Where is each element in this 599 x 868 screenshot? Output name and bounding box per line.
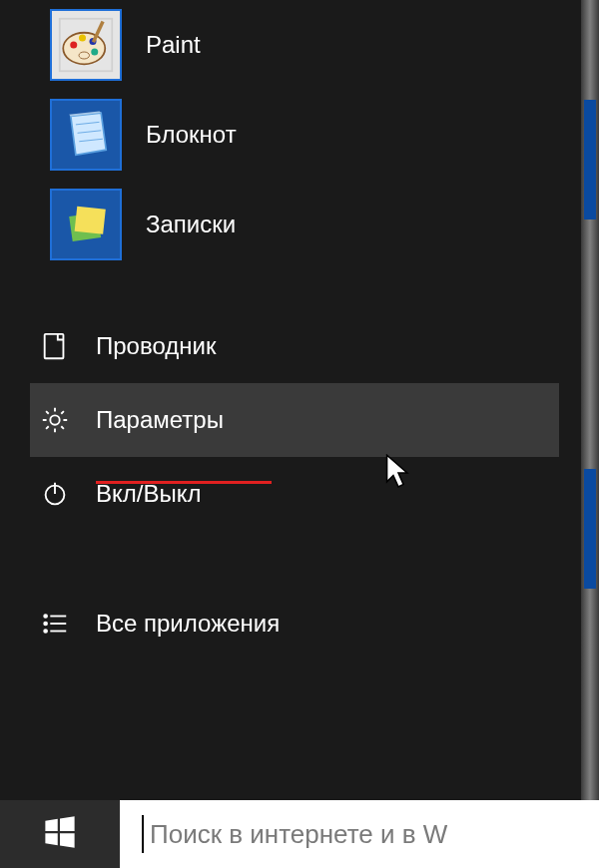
app-label: Блокнот bbox=[146, 121, 237, 149]
paint-icon bbox=[50, 9, 122, 81]
svg-marker-29 bbox=[60, 833, 75, 848]
app-item-sticky-notes[interactable]: Записки bbox=[50, 180, 549, 269]
search-placeholder-text: Поиск в интернете и в W bbox=[150, 819, 447, 850]
explorer-label: Проводник bbox=[96, 332, 216, 360]
spacer bbox=[30, 531, 559, 587]
svg-point-21 bbox=[44, 623, 47, 626]
svg-point-23 bbox=[44, 630, 47, 633]
explorer-item[interactable]: Проводник bbox=[30, 309, 559, 383]
svg-rect-15 bbox=[45, 334, 64, 358]
app-item-notepad[interactable]: Блокнот bbox=[50, 90, 549, 180]
svg-point-4 bbox=[91, 49, 98, 56]
app-item-paint[interactable]: Paint bbox=[50, 0, 549, 90]
gear-icon bbox=[38, 403, 72, 437]
taskbar: Поиск в интернете и в W bbox=[0, 800, 599, 868]
svg-point-5 bbox=[79, 52, 90, 59]
annotation-underline bbox=[96, 481, 272, 484]
settings-label: Параметры bbox=[96, 406, 224, 434]
notepad-icon bbox=[50, 99, 122, 171]
svg-point-16 bbox=[50, 415, 59, 424]
svg-marker-27 bbox=[60, 816, 75, 831]
tiles-column-edge bbox=[581, 0, 599, 800]
search-input[interactable]: Поиск в интернете и в W bbox=[120, 800, 599, 868]
app-label: Записки bbox=[146, 211, 236, 238]
svg-point-2 bbox=[79, 35, 86, 42]
system-list: Проводник Параметры Вкл/Выкл bbox=[30, 309, 559, 660]
settings-item[interactable]: Параметры bbox=[30, 383, 559, 457]
start-menu-panel: Paint Блокнот Записки bbox=[0, 0, 581, 868]
all-apps-item[interactable]: Все приложения bbox=[30, 587, 559, 660]
start-button[interactable] bbox=[0, 800, 120, 868]
power-label: Вкл/Выкл bbox=[96, 480, 201, 508]
svg-point-1 bbox=[70, 42, 77, 49]
all-apps-label: Все приложения bbox=[96, 610, 280, 638]
svg-point-19 bbox=[44, 615, 47, 618]
file-explorer-icon bbox=[38, 329, 72, 363]
app-label: Paint bbox=[146, 31, 201, 59]
svg-marker-28 bbox=[45, 833, 57, 845]
power-item[interactable]: Вкл/Выкл bbox=[30, 457, 559, 531]
all-apps-icon bbox=[38, 607, 72, 641]
svg-marker-26 bbox=[45, 819, 57, 831]
power-icon bbox=[38, 477, 72, 511]
sticky-notes-icon bbox=[50, 189, 122, 260]
recent-apps-list: Paint Блокнот Записки bbox=[50, 0, 549, 269]
svg-rect-14 bbox=[75, 207, 106, 234]
windows-logo-icon bbox=[42, 814, 78, 854]
svg-marker-8 bbox=[71, 113, 106, 155]
text-caret bbox=[142, 815, 144, 853]
